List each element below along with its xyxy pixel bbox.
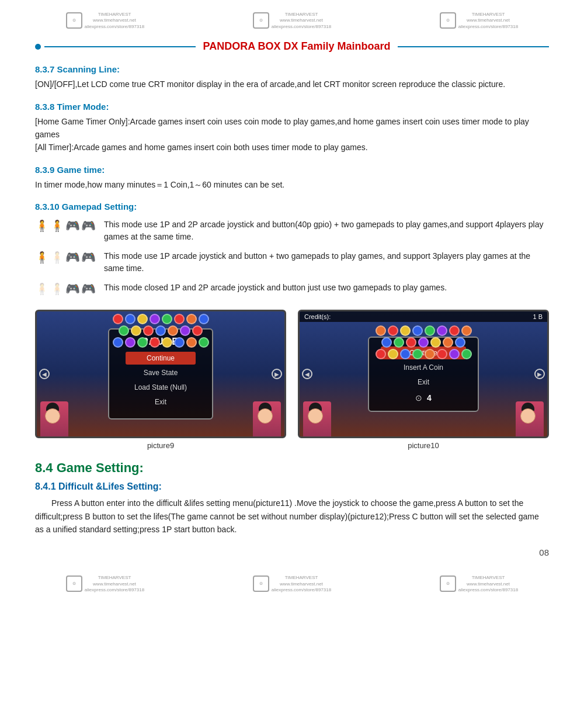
header-logos: ⊙ TIMEHARVESTwww.timeharvest.netaliexpre… — [0, 0, 584, 34]
left-arrow-icon: ◀ — [39, 369, 50, 379]
section-841-heading: 8.4.1 Difficult &Lifes Setting: — [35, 481, 549, 492]
gamepad-icons-3: 🧍 🧍 🎮 🎮 — [35, 282, 96, 296]
bubbles-area — [45, 314, 276, 349]
footer-logo-1: ⊙ TIMEHARVESTwww.timeharvest.netaliexpre… — [66, 574, 144, 593]
continue-button: Continue — [126, 352, 196, 365]
credit-char-face-left — [308, 408, 323, 424]
section-839: 8.3.9 Game time: In timer mode,how many … — [35, 165, 549, 191]
gamepad-row-3-text: This mode closed 1P and 2P arcade joysti… — [104, 282, 447, 294]
gamepad-icons-1: 🧍 🧍 🎮 🎮 — [35, 219, 96, 233]
section-839-heading: 8.3.9 Game time: — [35, 165, 549, 175]
footer-logo-3: ⊙ TIMEHARVESTwww.timeharvest.netaliexpre… — [440, 574, 518, 593]
credit-characters-row — [300, 401, 547, 436]
right-screen-left-arrow-icon: ◀ — [302, 369, 312, 379]
logo-text-2: TIMEHARVESTwww.timeharvest.netaliexpress… — [272, 12, 331, 30]
pause-screen-bg: ◀ ▶ PAUSE Continue Save State Load State… — [37, 311, 284, 436]
section-838-body: [Home Game Timer Only]:Arcade games inse… — [35, 115, 549, 154]
section-837-body: [ON]/[OFF],Let LCD come true CRT monitor… — [35, 78, 549, 91]
gamepad-row-2-text: This mode use 1P arcade joystick and but… — [104, 250, 549, 275]
char-face-right — [258, 408, 273, 424]
caption-left: picture9 — [147, 441, 174, 450]
footer-logo-text-3: TIMEHARVESTwww.timeharvest.netaliexpress… — [458, 575, 518, 593]
title-dot — [35, 44, 41, 50]
save-state-button: Save State — [126, 366, 196, 379]
logo-3: ⊙ TIMEHARVESTwww.timeharvest.netaliexpre… — [440, 11, 518, 30]
gamepad-icon-5: 🎮 — [65, 282, 80, 296]
logo-icon-2: ⊙ — [253, 12, 269, 29]
gamepad-row-3: 🧍 🧍 🎮 🎮 This mode closed 1P and 2P arcad… — [35, 282, 549, 296]
credit-bubbles-area — [308, 325, 539, 360]
credit-screenshot: Credit(s): 1 B — [298, 310, 549, 438]
load-state-button: Load State (Null) — [126, 381, 196, 394]
person-icon-6: 🧍 — [50, 282, 64, 296]
screenshots-row: ◀ ▶ PAUSE Continue Save State Load State… — [35, 310, 549, 450]
footer-logo-2: ⊙ TIMEHARVESTwww.timeharvest.netaliexpre… — [253, 574, 331, 593]
section-837-heading: 8.3.7 Scanning Line: — [35, 64, 549, 74]
gamepad-row-1: 🧍 🧍 🎮 🎮 This mode use 1P and 2P arcade j… — [35, 219, 549, 243]
char-face-left — [45, 408, 60, 424]
gamepad-icon-1: 🎮 — [65, 219, 80, 233]
footer-logo-text-2: TIMEHARVESTwww.timeharvest.netaliexpress… — [272, 575, 331, 593]
credit-screen-bg: Credit(s): 1 B — [300, 311, 547, 436]
section-837: 8.3.7 Scanning Line: [ON]/[OFF],Let LCD … — [35, 64, 549, 91]
section-841-body: Press A button enter into the difficult … — [35, 497, 549, 536]
pause-screenshot: ◀ ▶ PAUSE Continue Save State Load State… — [35, 310, 286, 438]
section-838: 8.3.8 Timer Mode: [Home Game Timer Only]… — [35, 102, 549, 154]
footer-logo-icon-3: ⊙ — [440, 576, 456, 592]
gamepad-icons-2: 🧍 🧍 🎮 🎮 — [35, 250, 96, 264]
right-screen-right-arrow-icon: ▶ — [534, 369, 545, 379]
screenshot-right: Credit(s): 1 B — [298, 310, 549, 450]
screenshot-left: ◀ ▶ PAUSE Continue Save State Load State… — [35, 310, 286, 450]
section-84-heading: 8.4 Game Setting: — [35, 460, 549, 476]
person-icon-5: 🧍 — [35, 282, 49, 296]
logo-text-1: TIMEHARVESTwww.timeharvest.netaliexpress… — [85, 12, 144, 30]
gamepad-row-1-text: This mode use 1P and 2P arcade joystick … — [104, 219, 549, 243]
character-right — [253, 401, 281, 436]
section-838-heading: 8.3.8 Timer Mode: — [35, 102, 549, 112]
credit-label: Credit(s): — [304, 313, 331, 320]
credit-bar: Credit(s): 1 B — [300, 311, 547, 322]
credit-char-face-right — [520, 408, 536, 424]
section-841: 8.4.1 Difficult &Lifes Setting: Press A … — [35, 481, 549, 536]
right-arrow-icon: ▶ — [272, 369, 282, 379]
page-number: 08 — [35, 547, 549, 557]
character-left — [40, 401, 68, 436]
section-8310-heading: 8.3.10 Gamepad Setting: — [35, 202, 549, 212]
logo-icon-1: ⊙ — [66, 12, 82, 29]
section-84: 8.4 Game Setting: 8.4.1 Difficult &Lifes… — [35, 460, 549, 536]
person-icon-4: 🧍 — [50, 251, 64, 264]
exit-button-right: Exit — [381, 376, 466, 389]
section-8310: 8.3.10 Gamepad Setting: 🧍 🧍 🎮 🎮 This mod… — [35, 202, 549, 296]
credit-char-right — [516, 401, 544, 436]
page-content: 8.3.7 Scanning Line: [ON]/[OFF],Let LCD … — [0, 64, 584, 557]
person-icon-3: 🧍 — [35, 251, 49, 264]
section-839-body: In timer mode,how many minutes＝1 Coin,1～… — [35, 178, 549, 191]
logo-icon-3: ⊙ — [440, 12, 456, 29]
gamepad-row-2: 🧍 🧍 🎮 🎮 This mode use 1P arcade joystick… — [35, 250, 549, 275]
caption-right: picture10 — [408, 441, 439, 450]
title-line — [44, 46, 196, 47]
credit-char-left — [303, 401, 331, 436]
characters-row — [37, 401, 284, 436]
title-bar: PANDORA BOX DX Family Mainboard — [35, 40, 549, 53]
credit-value: 1 B — [533, 313, 543, 320]
logo-1: ⊙ TIMEHARVESTwww.timeharvest.netaliexpre… — [66, 11, 144, 30]
gamepad-icon-6: 🎮 — [81, 282, 96, 296]
footer-logo-icon-2: ⊙ — [253, 576, 269, 592]
gamepad-icon-2: 🎮 — [81, 219, 96, 233]
person-icon-2: 🧍 — [50, 219, 64, 233]
footer-logo-icon-1: ⊙ — [66, 576, 82, 592]
page-title: PANDORA BOX DX Family Mainboard — [196, 40, 397, 53]
logo-text-3: TIMEHARVESTwww.timeharvest.netaliexpress… — [458, 12, 518, 30]
logo-2: ⊙ TIMEHARVESTwww.timeharvest.netaliexpre… — [253, 11, 331, 30]
gamepad-icon-4: 🎮 — [81, 250, 96, 264]
person-icon-1: 🧍 — [35, 219, 49, 233]
footer-logo-text-1: TIMEHARVESTwww.timeharvest.netaliexpress… — [85, 575, 144, 593]
footer-logos: ⊙ TIMEHARVESTwww.timeharvest.netaliexpre… — [0, 568, 584, 600]
insert-coin-button: Insert A Coin — [381, 361, 466, 374]
gamepad-icon-3: 🎮 — [65, 250, 80, 264]
title-line-right — [398, 46, 549, 47]
